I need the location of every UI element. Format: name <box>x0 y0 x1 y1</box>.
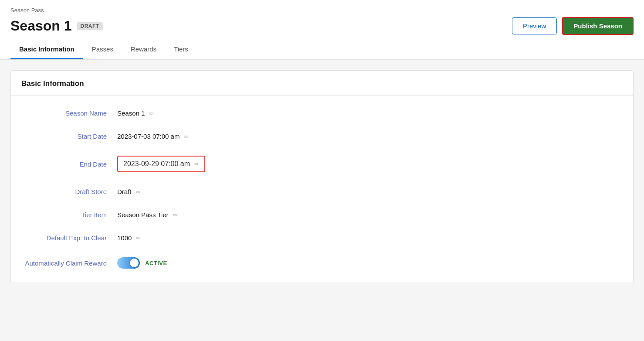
edit-start-date-icon[interactable] <box>184 133 189 140</box>
top-bar: Season Pass Season 1 DRAFT Preview Publi… <box>0 0 644 60</box>
title-area: Season 1 DRAFT <box>10 18 103 34</box>
breadcrumb: Season Pass <box>10 3 634 14</box>
page-title: Season 1 <box>10 18 72 34</box>
label-default-exp: Default Exp. to Clear <box>21 234 117 242</box>
field-row-tier-item: Tier Item Season Pass Tier <box>21 211 623 218</box>
edit-end-date-icon[interactable] <box>194 160 199 168</box>
value-draft-store: Draft <box>117 188 141 195</box>
value-auto-claim: ACTIVE <box>117 257 167 269</box>
publish-season-button[interactable]: Publish Season <box>562 17 634 35</box>
end-date-highlight-wrapper: 2023-09-29 07:00 am <box>117 156 205 172</box>
end-date-value: 2023-09-29 07:00 am <box>123 160 190 168</box>
start-date-value: 2023-07-03 07:00 am <box>117 133 180 140</box>
field-row-end-date: End Date 2023-09-29 07:00 am <box>21 156 623 172</box>
value-start-date: 2023-07-03 07:00 am <box>117 133 189 140</box>
value-default-exp: 1000 <box>117 234 141 242</box>
field-row-auto-claim: Automatically Claim Reward ACTIVE <box>21 257 623 269</box>
default-exp-value: 1000 <box>117 234 132 242</box>
value-tier-item: Season Pass Tier <box>117 211 178 218</box>
basic-information-card: Basic Information Season Name Season 1 S… <box>10 70 634 283</box>
toggle-wrapper: ACTIVE <box>117 257 167 269</box>
tab-passes[interactable]: Passes <box>83 40 122 59</box>
draft-store-value: Draft <box>117 188 132 195</box>
edit-draft-store-icon[interactable] <box>136 188 141 195</box>
card-title: Basic Information <box>11 71 633 95</box>
season-name-value: Season 1 <box>117 109 145 117</box>
label-auto-claim: Automatically Claim Reward <box>21 259 117 267</box>
label-draft-store: Draft Store <box>21 188 117 195</box>
auto-claim-toggle[interactable] <box>117 257 140 269</box>
label-start-date: Start Date <box>21 133 117 140</box>
tab-rewards[interactable]: Rewards <box>122 40 165 59</box>
field-row-default-exp: Default Exp. to Clear 1000 <box>21 234 623 242</box>
edit-default-exp-icon[interactable] <box>136 234 141 242</box>
header-row: Season 1 DRAFT Preview Publish Season <box>10 14 634 35</box>
card-body: Season Name Season 1 Start Date 2023-07-… <box>11 95 633 283</box>
value-season-name: Season 1 <box>117 109 154 117</box>
draft-badge: DRAFT <box>77 22 103 30</box>
tier-item-value: Season Pass Tier <box>117 211 169 218</box>
edit-tier-item-icon[interactable] <box>173 211 178 218</box>
edit-season-name-icon[interactable] <box>149 109 154 117</box>
label-end-date: End Date <box>21 160 117 168</box>
tab-tiers[interactable]: Tiers <box>165 40 197 59</box>
active-label: ACTIVE <box>145 260 167 266</box>
toggle-thumb <box>130 259 139 267</box>
toggle-track <box>117 257 140 269</box>
preview-button[interactable]: Preview <box>512 17 557 34</box>
field-row-season-name: Season Name Season 1 <box>21 109 623 117</box>
field-row-start-date: Start Date 2023-07-03 07:00 am <box>21 133 623 140</box>
tabs-row: Basic Information Passes Rewards Tiers <box>10 40 634 59</box>
field-row-draft-store: Draft Store Draft <box>21 188 623 195</box>
header-buttons: Preview Publish Season <box>512 17 634 35</box>
tab-basic-information[interactable]: Basic Information <box>10 40 83 59</box>
content-area: Basic Information Season Name Season 1 S… <box>0 60 644 293</box>
label-season-name: Season Name <box>21 109 117 117</box>
label-tier-item: Tier Item <box>21 211 117 218</box>
